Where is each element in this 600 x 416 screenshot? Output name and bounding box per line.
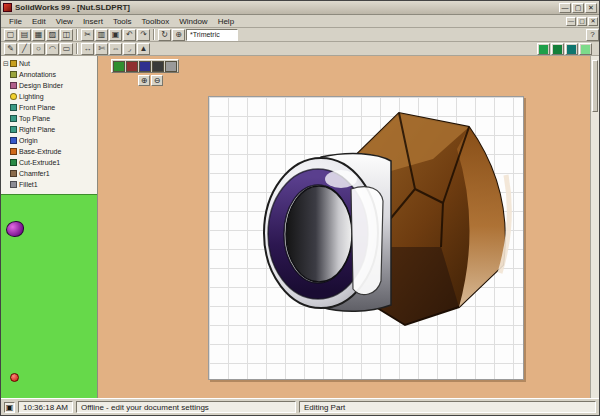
- fillet-tool-button[interactable]: ◞: [123, 43, 136, 55]
- status-time: 10:36:18 AM: [18, 401, 73, 413]
- menu-tools[interactable]: Tools: [108, 16, 137, 27]
- tree-item-label: Fillet1: [19, 181, 38, 188]
- cut-button[interactable]: ✂: [81, 29, 94, 41]
- tree-item-cut-extrude[interactable]: Cut-Extrude1: [2, 157, 97, 168]
- tree-item-right-plane[interactable]: Right Plane: [2, 124, 97, 135]
- tree-item-base-extrude[interactable]: Base-Extrude: [2, 146, 97, 157]
- status-message: Offline - edit your document settings: [76, 401, 296, 413]
- menu-window[interactable]: Window: [174, 16, 212, 27]
- line-tool-button[interactable]: ╱: [18, 43, 31, 55]
- menu-edit[interactable]: Edit: [27, 16, 51, 27]
- tree-item-label: Top Plane: [19, 115, 50, 122]
- feature-manager-panel: ⊟ Nut Annotations Design Binder Lighting…: [1, 56, 98, 398]
- redo-button[interactable]: ↷: [137, 29, 150, 41]
- zoom-in-button[interactable]: ⊕: [138, 75, 150, 86]
- doc-close-button[interactable]: ✕: [588, 17, 598, 26]
- plane-icon: [10, 115, 17, 122]
- toolbar-separator: [76, 29, 78, 40]
- sketch-button[interactable]: ✎: [4, 43, 17, 55]
- print-preview-button[interactable]: ◫: [60, 29, 73, 41]
- fillet-feature-icon: [10, 181, 17, 188]
- copy-button[interactable]: ▥: [95, 29, 108, 41]
- tree-item-front-plane[interactable]: Front Plane: [2, 102, 97, 113]
- menu-view[interactable]: View: [51, 16, 78, 27]
- origin-icon: [10, 137, 17, 144]
- circle-tool-button[interactable]: ○: [32, 43, 45, 55]
- menu-file[interactable]: File: [4, 16, 27, 27]
- tree-item-label: Front Plane: [19, 104, 55, 111]
- tree-item-lighting[interactable]: Lighting: [2, 91, 97, 102]
- zoom-fit-button[interactable]: ⊕: [172, 29, 185, 41]
- tree-item-fillet[interactable]: Fillet1: [2, 179, 97, 190]
- zoom-out-button[interactable]: ⊖: [151, 75, 163, 86]
- undo-button[interactable]: ↶: [123, 29, 136, 41]
- trim-tool-button[interactable]: ✄: [95, 43, 108, 55]
- dimension-tool-button[interactable]: ↔: [81, 43, 94, 55]
- doc-restore-button[interactable]: ▢: [577, 17, 587, 26]
- tree-item-root[interactable]: ⊟ Nut: [2, 58, 97, 69]
- paste-button[interactable]: ▣: [109, 29, 122, 41]
- toolbar-separator: [76, 43, 78, 54]
- part-icon: [10, 60, 17, 67]
- status-mode: Editing Part: [299, 401, 596, 413]
- save-button[interactable]: ▦: [32, 29, 45, 41]
- filter-light-green-icon[interactable]: [579, 43, 592, 55]
- tree-item-annotations[interactable]: Annotations: [2, 69, 97, 80]
- arc-tool-button[interactable]: ◠: [46, 43, 59, 55]
- maximize-button[interactable]: ▢: [572, 3, 584, 13]
- chamfer-feature-icon: [10, 170, 17, 177]
- new-button[interactable]: ▢: [4, 29, 17, 41]
- status-bar: ▣ 10:36:18 AM Offline - edit your docume…: [1, 398, 599, 415]
- material-blob-icon[interactable]: [6, 221, 24, 237]
- binder-icon: [10, 82, 17, 89]
- sketch-toolbar: ✎ ╱ ○ ◠ ▭ ↔ ✄ ⇔ ◞ ▲: [1, 42, 599, 56]
- wireframe-button[interactable]: [139, 61, 151, 72]
- plane-icon: [10, 126, 17, 133]
- scrollbar-thumb[interactable]: [592, 60, 598, 112]
- menu-help[interactable]: Help: [213, 16, 239, 27]
- hidden-lines-button[interactable]: [126, 61, 138, 72]
- tree-item-origin[interactable]: Origin: [2, 135, 97, 146]
- tree-item-label: Nut: [19, 60, 30, 67]
- shaded-view-button[interactable]: [113, 61, 125, 72]
- drawing-sheet[interactable]: [208, 96, 524, 380]
- minimize-button[interactable]: —: [559, 3, 571, 13]
- rotate-view-button[interactable]: [152, 61, 164, 72]
- alert-dot-icon[interactable]: [10, 373, 19, 382]
- tree-item-label: Chamfer1: [19, 170, 50, 177]
- lighting-icon: [10, 93, 17, 100]
- filter-green-icon[interactable]: [537, 43, 550, 55]
- print-button[interactable]: ▨: [46, 29, 59, 41]
- menu-insert[interactable]: Insert: [78, 16, 108, 27]
- tree-item-top-plane[interactable]: Top Plane: [2, 113, 97, 124]
- rebuild-button[interactable]: ↻: [158, 29, 171, 41]
- help-button[interactable]: ?: [586, 29, 599, 41]
- tree-item-design-binder[interactable]: Design Binder: [2, 80, 97, 91]
- view-orientation-selector[interactable]: *Trimetric: [186, 29, 238, 41]
- graphics-viewport[interactable]: ⊕ ⊖: [98, 56, 590, 398]
- pan-view-button[interactable]: [165, 61, 177, 72]
- close-button[interactable]: ✕: [585, 3, 597, 13]
- nut-3d-model[interactable]: [209, 97, 525, 381]
- vertical-scrollbar[interactable]: [590, 56, 599, 398]
- tree-item-label: Base-Extrude: [19, 148, 61, 155]
- tree-item-label: Cut-Extrude1: [19, 159, 60, 166]
- toolbar-separator: [153, 29, 155, 40]
- filter-teal-icon[interactable]: [565, 43, 578, 55]
- menu-toolbox[interactable]: Toolbox: [137, 16, 175, 27]
- filter-dark-green-icon[interactable]: [551, 43, 564, 55]
- open-button[interactable]: ▤: [18, 29, 31, 41]
- viewport-toolbar: [111, 59, 179, 73]
- doc-minimize-button[interactable]: —: [566, 17, 576, 26]
- annotations-icon: [10, 71, 17, 78]
- tree-item-label: Design Binder: [19, 82, 63, 89]
- mirror-tool-button[interactable]: ⇔: [109, 43, 122, 55]
- extrude-tool-button[interactable]: ▲: [137, 43, 150, 55]
- preview-panel: [1, 194, 97, 398]
- expander-icon[interactable]: ⊟: [2, 60, 10, 68]
- tree-item-chamfer[interactable]: Chamfer1: [2, 168, 97, 179]
- standard-toolbar: ▢ ▤ ▦ ▨ ◫ ✂ ▥ ▣ ↶ ↷ ↻ ⊕ *Trimetric ?: [1, 28, 599, 42]
- rectangle-tool-button[interactable]: ▭: [60, 43, 73, 55]
- tree-item-label: Annotations: [19, 71, 56, 78]
- window-title: SolidWorks 99 - [Nut.SLDPRT]: [15, 3, 558, 12]
